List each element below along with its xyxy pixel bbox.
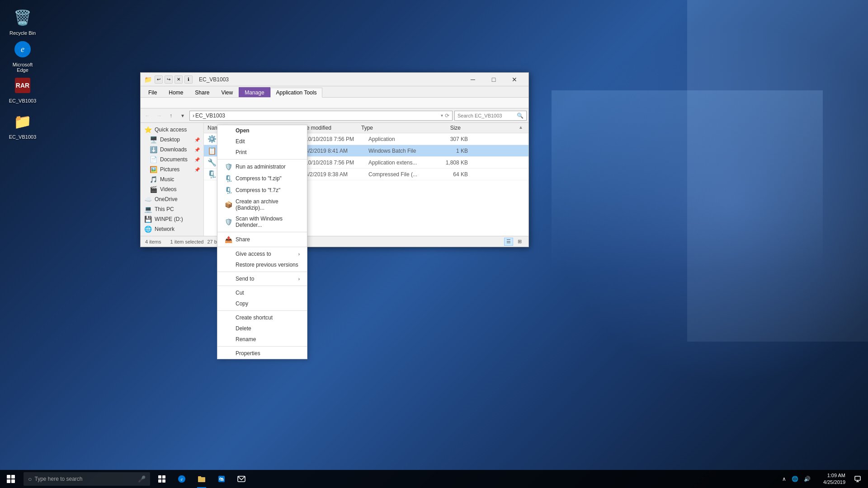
sidebar-item-winpe[interactable]: 💾 WINPE (D:) (141, 214, 203, 224)
battery-icon (814, 477, 818, 481)
sidebar-item-desktop[interactable]: 🖥️ Desktop 📌 (141, 135, 203, 145)
recent-locations-button[interactable]: ▾ (178, 111, 188, 121)
forward-button[interactable]: → (154, 111, 164, 121)
sidebar-item-network[interactable]: 🌐 Network (141, 224, 203, 234)
ctx-scan-defender[interactable]: 🛡️ Scan with Windows Defender... (217, 213, 307, 230)
clock[interactable]: 1:09 AM 4/25/2019 (820, 472, 849, 486)
delete-title-button[interactable]: ✕ (175, 75, 183, 84)
tab-view[interactable]: View (215, 87, 239, 97)
sidebar-label-desktop: Desktop (160, 136, 180, 143)
rar-desktop-icon[interactable]: RAR EC_VB1003 (5, 72, 41, 106)
ctx-share[interactable]: 📤 Share (217, 234, 307, 245)
ctx-send-to[interactable]: Send to › (217, 273, 307, 284)
status-selected: 1 item selected (170, 239, 203, 244)
edge-desktop-icon[interactable]: e MicrosoftEdge (5, 36, 41, 75)
pictures-pin-icon: 📌 (194, 167, 200, 172)
file-explorer-taskbar-button[interactable] (192, 470, 212, 488)
up-button[interactable]: ↑ (166, 111, 176, 121)
collapse-arrow[interactable]: ▲ (517, 123, 525, 131)
ctx-delete[interactable]: Delete (217, 323, 307, 334)
taskbar-search-bar[interactable]: ○ Type here to search 🎤 (24, 472, 150, 486)
volume-icon[interactable]: 🔊 (802, 474, 812, 484)
downloads-icon: ⬇️ (150, 146, 157, 153)
ctx-edit[interactable]: Edit (217, 136, 307, 147)
address-refresh-icon[interactable]: ⟳ (445, 113, 449, 119)
ctx-compress-7z[interactable]: 🗜️ Compress to "f.7z" (217, 184, 307, 196)
col-header-date[interactable]: Date modified (298, 125, 361, 131)
edge-taskbar-button[interactable]: e (172, 470, 192, 488)
sidebar-item-documents[interactable]: 📄 Documents 📌 (141, 155, 203, 164)
clock-time: 1:09 AM (823, 472, 845, 479)
edge-label: MicrosoftEdge (7, 62, 38, 73)
undo-button[interactable]: ↩ (155, 75, 163, 84)
redo-button[interactable]: ↪ (165, 75, 173, 84)
ctx-delete-label: Delete (236, 325, 251, 332)
ctx-properties[interactable]: Properties (217, 348, 307, 359)
view-details-button[interactable]: ☰ (504, 238, 513, 246)
tab-manage[interactable]: Manage (239, 87, 270, 97)
maximize-button[interactable]: □ (483, 73, 504, 86)
store-taskbar-button[interactable]: 🛍 (212, 470, 231, 488)
col-size-label: Size (450, 125, 461, 131)
address-bar[interactable]: › EC_VB1003 ▾ ⟳ (189, 111, 453, 121)
address-dropdown-icon[interactable]: ▾ (441, 113, 443, 118)
ctx-copy[interactable]: Copy (217, 298, 307, 309)
mail-taskbar-button[interactable] (231, 470, 251, 488)
recycle-bin-icon[interactable]: 🗑️ Recycle Bin (5, 5, 41, 38)
sidebar-item-pictures[interactable]: 🖼️ Pictures 📌 (141, 164, 203, 174)
sidebar-item-videos[interactable]: 🎬 Videos (141, 184, 203, 194)
tab-share[interactable]: Share (189, 87, 215, 97)
ctx-restore-previous[interactable]: Restore previous versions (217, 259, 307, 270)
ctx-rename[interactable]: Rename (217, 334, 307, 345)
create-archive-icon: 📦 (225, 201, 232, 208)
ctx-cut[interactable]: Cut (217, 287, 307, 298)
ec-vb-image: 📁 (12, 111, 33, 132)
col-header-type[interactable]: Type (361, 125, 425, 131)
minimize-button[interactable]: ─ (462, 73, 483, 86)
sidebar-item-downloads[interactable]: ⬇️ Downloads 📌 (141, 145, 203, 155)
ctx-give-access-label: Give access to (236, 251, 271, 257)
ctx-run-admin[interactable]: 🛡️ Run as administrator (217, 161, 307, 173)
search-input[interactable] (458, 113, 517, 118)
title-bar-actions: ↩ ↪ ✕ ℹ (155, 75, 193, 84)
back-button[interactable]: ← (142, 111, 152, 121)
ctx-open[interactable]: Open (217, 125, 307, 136)
properties-title-button[interactable]: ℹ (184, 75, 193, 84)
hidden-icons-button[interactable]: ∧ (780, 474, 788, 484)
ctx-give-access[interactable]: Give access to › (217, 249, 307, 259)
close-button[interactable]: ✕ (504, 73, 525, 86)
ctx-print[interactable]: Print (217, 147, 307, 158)
col-header-size[interactable]: Size (425, 125, 461, 131)
taskbar: ○ Type here to search 🎤 e (0, 470, 868, 488)
this-pc-icon: 💻 (144, 206, 152, 213)
system-tray: ∧ 🌐 🔊 1:09 AM 4/25/2019 (780, 470, 868, 488)
sidebar-item-music[interactable]: 🎵 Music (141, 174, 203, 184)
f-file-icon: 📋 (208, 146, 217, 155)
tab-home[interactable]: Home (163, 87, 189, 97)
tab-file[interactable]: File (142, 87, 163, 97)
task-view-button[interactable] (152, 470, 172, 488)
ribbon: File Home Share View Manage Application … (141, 86, 528, 108)
network-tray-icon[interactable]: 🌐 (790, 474, 800, 484)
microphone-icon: 🎤 (138, 475, 146, 483)
ctx-compress-zip[interactable]: 🗜️ Compress to "f.zip" (217, 173, 307, 184)
music-icon: 🎵 (150, 176, 157, 183)
ctx-create-shortcut[interactable]: Create shortcut (217, 312, 307, 323)
view-large-icon-button[interactable]: ⊞ (515, 238, 524, 246)
ec-vb1003-icon[interactable]: 📁 EC_VB1003 (5, 108, 41, 142)
ecflash64-type: Application (368, 136, 432, 142)
sidebar-label-documents: Documents (160, 156, 188, 163)
ctx-create-archive[interactable]: 📦 Create an archive (Bandizip)... (217, 196, 307, 213)
explorer-body: ⭐ Quick access 🖥️ Desktop 📌 ⬇️ Downloads… (141, 123, 528, 236)
start-button[interactable] (0, 470, 22, 488)
tab-application-tools[interactable]: Application Tools (270, 88, 323, 98)
taskbar-apps: e 🛍 (152, 470, 251, 488)
ctx-cut-label: Cut (236, 290, 244, 296)
ctx-compress-7z-label: Compress to "f.7z" (236, 187, 280, 193)
sidebar-item-onedrive[interactable]: ☁️ OneDrive (141, 194, 203, 204)
sidebar-item-this-pc[interactable]: 💻 This PC (141, 204, 203, 214)
search-icon[interactable]: 🔍 (517, 113, 524, 119)
sidebar-item-quick-access[interactable]: ⭐ Quick access (141, 125, 203, 135)
address-folder: EC_VB1003 (195, 113, 225, 119)
action-center-button[interactable] (851, 470, 864, 488)
